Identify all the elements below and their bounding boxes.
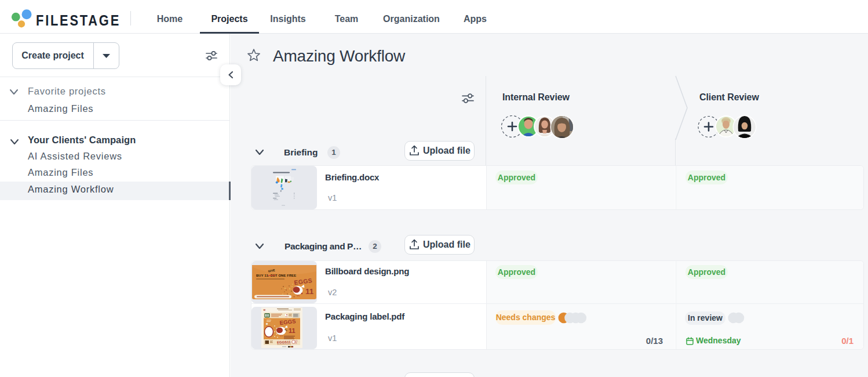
svg-text:BUY 11. GET ONE FREE: BUY 11. GET ONE FREE <box>256 274 296 277</box>
svg-text:W: W <box>264 309 266 311</box>
svg-text:EGGS11: EGGS11 <box>277 340 291 345</box>
svg-text:11: 11 <box>305 287 314 296</box>
svg-text:11: 11 <box>289 327 296 334</box>
